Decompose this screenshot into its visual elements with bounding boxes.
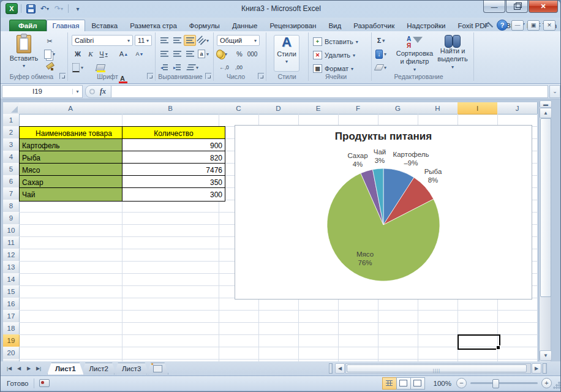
sheet-tab-list2[interactable]: Лист2 <box>81 363 116 375</box>
column-header-A[interactable]: A <box>19 102 122 115</box>
tab-review[interactable]: Рецензирован <box>263 20 322 31</box>
tab-developer[interactable]: Разработчик <box>347 20 401 31</box>
bold-button[interactable]: Ж <box>72 48 84 59</box>
autosum-button[interactable]: Σ <box>375 35 387 46</box>
pie-chart-object[interactable]: Продукты питания Картофель–9%Рыба8%Мясо7… <box>235 125 532 300</box>
tab-home[interactable]: Главная <box>47 20 86 31</box>
wrap-text-button[interactable] <box>187 62 199 73</box>
grow-font-button[interactable]: А▲ <box>118 48 130 59</box>
collapse-ribbon-button[interactable] <box>486 22 493 29</box>
row-header-6[interactable]: 6 <box>3 175 20 188</box>
tab-view[interactable]: Вид <box>322 20 347 31</box>
row-header-16[interactable]: 16 <box>3 298 20 311</box>
row-header-11[interactable]: 11 <box>3 236 20 249</box>
clear-button[interactable] <box>375 62 387 73</box>
column-header-F[interactable]: F <box>338 102 378 115</box>
active-cell-selection[interactable] <box>457 334 500 350</box>
scroll-up-button[interactable]: ▲ <box>540 108 552 118</box>
restore-button[interactable] <box>506 1 528 13</box>
hscroll-left-button[interactable]: ◀ <box>335 363 345 374</box>
cut-button[interactable]: ✂ <box>43 36 56 47</box>
column-header-B[interactable]: B <box>122 102 219 115</box>
merge-center-button[interactable]: a <box>197 48 209 59</box>
close-button[interactable]: ✕ <box>529 1 558 13</box>
vertical-scroll-thumb[interactable] <box>540 118 551 297</box>
last-sheet-button[interactable]: ▶| <box>34 363 43 374</box>
tab-file[interactable]: Файл <box>9 20 47 31</box>
page-layout-view-button[interactable] <box>396 377 411 390</box>
font-size-select[interactable]: 11 <box>135 35 152 46</box>
row-header-10[interactable]: 10 <box>3 224 20 237</box>
pie-label-Чай[interactable]: Чай3% <box>374 148 386 165</box>
orientation-button[interactable] <box>197 35 209 46</box>
format-painter-button[interactable] <box>43 61 56 72</box>
font-name-select[interactable]: Calibri <box>72 35 133 46</box>
pie-label-Рыба[interactable]: Рыба8% <box>424 167 442 184</box>
insert-sheet-button[interactable] <box>146 363 168 375</box>
zoom-in-button[interactable]: + <box>541 378 552 388</box>
align-right-button[interactable] <box>184 48 196 59</box>
delete-cells-button[interactable]: ✕Удалить▾ <box>313 49 355 61</box>
find-select-button[interactable]: Найти и выделить▾ <box>435 35 470 71</box>
fx-button[interactable]: fx <box>100 87 106 96</box>
tab-insert[interactable]: Вставка <box>85 20 124 31</box>
row-header-1[interactable]: 1 <box>3 114 20 127</box>
sheet-tab-list1[interactable]: Лист1 <box>47 363 84 375</box>
row-header-18[interactable]: 18 <box>3 322 20 335</box>
italic-button[interactable]: К <box>85 48 97 59</box>
row-header-20[interactable]: 20 <box>3 347 20 360</box>
zoom-level[interactable]: 100% <box>434 380 451 387</box>
column-header-H[interactable]: H <box>418 102 458 115</box>
sheet-tab-list3[interactable]: Лист3 <box>114 363 149 375</box>
fill-color-button[interactable] <box>94 62 107 73</box>
table-cell-value[interactable]: 300 <box>122 187 225 202</box>
row-header-12[interactable]: 12 <box>3 249 20 262</box>
tab-formulas[interactable]: Формулы <box>183 20 226 31</box>
fill-handle[interactable] <box>496 345 500 350</box>
sort-filter-button[interactable]: АЯ Сортировка и фильтр▾ <box>396 35 434 74</box>
prev-sheet-button[interactable]: ◀ <box>14 363 24 374</box>
alignment-dialog-launcher[interactable] <box>205 73 211 79</box>
next-sheet-button[interactable]: ▶ <box>24 363 34 374</box>
row-header-2[interactable]: 2 <box>3 126 20 139</box>
tab-addins[interactable]: Надстройки <box>401 20 451 31</box>
increase-indent-button[interactable]: ▸ <box>171 62 183 73</box>
paste-button[interactable]: Вставить ▾ <box>8 34 40 71</box>
underline-button[interactable]: Ч <box>97 48 110 59</box>
select-all-corner[interactable] <box>3 102 20 115</box>
tab-page-layout[interactable]: Разметка стра <box>124 20 183 31</box>
expand-formula-bar-button[interactable]: ⌄ <box>549 85 560 98</box>
row-header-8[interactable]: 8 <box>3 200 20 213</box>
align-center-button[interactable] <box>171 48 183 59</box>
formula-input[interactable] <box>111 85 548 98</box>
percent-style-button[interactable]: % <box>233 48 246 59</box>
row-header-5[interactable]: 5 <box>3 163 20 176</box>
comma-style-button[interactable]: 000 <box>246 48 258 59</box>
pie-label-Сахар[interactable]: Сахар4% <box>347 151 367 168</box>
align-top-button[interactable] <box>158 35 170 46</box>
increase-decimal-button[interactable]: ←,0 <box>218 62 230 73</box>
first-sheet-button[interactable]: |◀ <box>4 363 14 374</box>
tab-split-handle[interactable] <box>329 363 333 374</box>
row-header-7[interactable]: 7 <box>3 187 20 200</box>
copy-button[interactable] <box>43 48 56 59</box>
decrease-decimal-button[interactable]: ,00 <box>233 62 245 73</box>
row-header-17[interactable]: 17 <box>3 310 20 323</box>
column-header-C[interactable]: C <box>219 102 259 115</box>
pie-label-Картофель[interactable]: Картофель–9% <box>393 150 429 167</box>
minimize-button[interactable]: — <box>483 1 505 13</box>
row-header-19[interactable]: 19 <box>3 334 20 347</box>
hscroll-split-box[interactable] <box>543 363 547 374</box>
hscroll-right-button[interactable]: ▶ <box>532 363 541 374</box>
zoom-slider-track[interactable] <box>470 382 538 384</box>
zoom-slider-thumb[interactable] <box>492 379 499 388</box>
row-header-9[interactable]: 9 <box>3 212 20 225</box>
row-header-15[interactable]: 15 <box>3 285 20 298</box>
number-format-select[interactable]: Общий <box>217 35 260 46</box>
insert-cells-button[interactable]: +Вставить▾ <box>313 36 358 48</box>
fill-button[interactable]: ↓ <box>375 48 387 59</box>
table-cell-name[interactable]: Чай <box>19 187 129 202</box>
name-box-dropdown[interactable]: ▾ <box>72 89 82 94</box>
shrink-font-button[interactable]: А▼ <box>134 48 146 59</box>
row-header-13[interactable]: 13 <box>3 261 20 274</box>
